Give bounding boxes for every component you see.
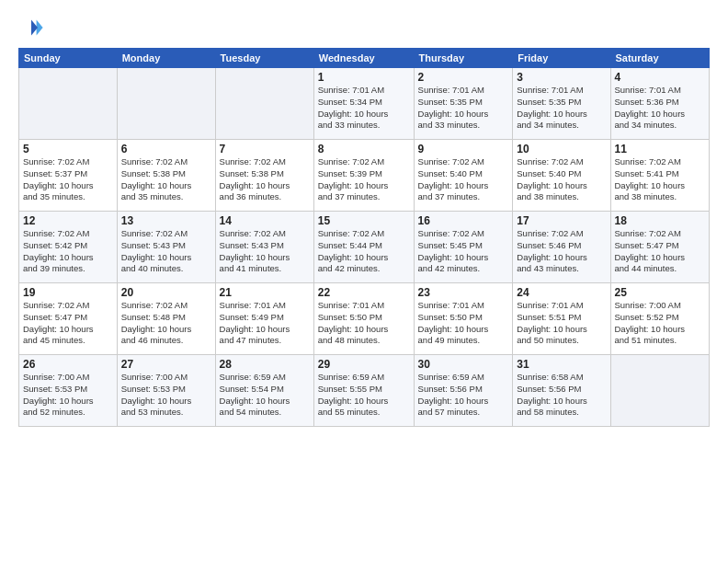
day-info: Sunrise: 6:59 AMSunset: 5:55 PMDaylight:… xyxy=(318,372,410,419)
calendar-cell: 10Sunrise: 7:02 AMSunset: 5:40 PMDayligh… xyxy=(513,140,610,212)
calendar-cell xyxy=(117,68,215,140)
calendar-week-row: 1Sunrise: 7:01 AMSunset: 5:34 PMDaylight… xyxy=(19,68,710,140)
day-info: Sunrise: 7:02 AMSunset: 5:40 PMDaylight:… xyxy=(418,156,509,203)
calendar-cell: 25Sunrise: 7:00 AMSunset: 5:52 PMDayligh… xyxy=(610,283,710,355)
day-number: 15 xyxy=(318,214,410,227)
calendar-cell: 11Sunrise: 7:02 AMSunset: 5:41 PMDayligh… xyxy=(610,140,710,212)
day-info: Sunrise: 7:02 AMSunset: 5:47 PMDaylight:… xyxy=(615,228,706,275)
day-info: Sunrise: 7:02 AMSunset: 5:43 PMDaylight:… xyxy=(121,228,211,275)
day-number: 23 xyxy=(418,286,509,299)
calendar-week-row: 12Sunrise: 7:02 AMSunset: 5:42 PMDayligh… xyxy=(19,212,710,283)
day-number: 10 xyxy=(517,143,606,155)
day-number: 6 xyxy=(121,143,211,155)
day-number: 29 xyxy=(318,358,410,371)
weekday-header-row: SundayMondayTuesdayWednesdayThursdayFrid… xyxy=(19,49,710,68)
day-number: 24 xyxy=(517,286,606,299)
day-number: 28 xyxy=(220,358,310,371)
day-info: Sunrise: 7:01 AMSunset: 5:51 PMDaylight:… xyxy=(517,300,606,347)
weekday-header-tuesday: Tuesday xyxy=(215,49,313,68)
day-number: 18 xyxy=(615,214,706,227)
page: SundayMondayTuesdayWednesdayThursdayFrid… xyxy=(0,0,728,563)
day-number: 7 xyxy=(220,143,310,155)
day-number: 30 xyxy=(418,358,509,371)
calendar-cell: 17Sunrise: 7:02 AMSunset: 5:46 PMDayligh… xyxy=(513,212,610,283)
day-info: Sunrise: 7:02 AMSunset: 5:39 PMDaylight:… xyxy=(318,156,410,203)
day-number: 8 xyxy=(318,143,410,155)
day-number: 11 xyxy=(615,143,706,155)
calendar-cell: 15Sunrise: 7:02 AMSunset: 5:44 PMDayligh… xyxy=(313,212,414,283)
calendar-cell: 20Sunrise: 7:02 AMSunset: 5:48 PMDayligh… xyxy=(117,283,215,355)
day-number: 16 xyxy=(418,214,509,227)
day-info: Sunrise: 7:01 AMSunset: 5:36 PMDaylight:… xyxy=(615,85,706,132)
day-number: 9 xyxy=(418,143,509,155)
calendar-cell: 29Sunrise: 6:59 AMSunset: 5:55 PMDayligh… xyxy=(313,355,414,427)
calendar-cell: 27Sunrise: 7:00 AMSunset: 5:53 PMDayligh… xyxy=(117,355,215,427)
weekday-header-monday: Monday xyxy=(117,49,215,68)
day-number: 21 xyxy=(220,286,310,299)
day-number: 12 xyxy=(23,214,113,227)
day-info: Sunrise: 7:01 AMSunset: 5:50 PMDaylight:… xyxy=(418,300,509,347)
day-number: 20 xyxy=(121,286,211,299)
calendar-cell: 6Sunrise: 7:02 AMSunset: 5:38 PMDaylight… xyxy=(117,140,215,212)
day-info: Sunrise: 7:02 AMSunset: 5:45 PMDaylight:… xyxy=(418,228,509,275)
weekday-header-saturday: Saturday xyxy=(610,49,710,68)
calendar-week-row: 5Sunrise: 7:02 AMSunset: 5:37 PMDaylight… xyxy=(19,140,710,212)
calendar-cell: 30Sunrise: 6:59 AMSunset: 5:56 PMDayligh… xyxy=(414,355,513,427)
day-info: Sunrise: 6:59 AMSunset: 5:54 PMDaylight:… xyxy=(220,372,310,419)
calendar-cell: 24Sunrise: 7:01 AMSunset: 5:51 PMDayligh… xyxy=(513,283,610,355)
logo-icon xyxy=(18,15,44,40)
day-number: 26 xyxy=(23,358,113,371)
calendar-cell: 19Sunrise: 7:02 AMSunset: 5:47 PMDayligh… xyxy=(19,283,118,355)
calendar-cell: 18Sunrise: 7:02 AMSunset: 5:47 PMDayligh… xyxy=(610,212,710,283)
day-number: 5 xyxy=(23,143,113,155)
day-info: Sunrise: 7:00 AMSunset: 5:52 PMDaylight:… xyxy=(615,300,706,347)
calendar-cell: 16Sunrise: 7:02 AMSunset: 5:45 PMDayligh… xyxy=(414,212,513,283)
calendar-cell: 21Sunrise: 7:01 AMSunset: 5:49 PMDayligh… xyxy=(215,283,313,355)
weekday-header-thursday: Thursday xyxy=(414,49,513,68)
day-number: 25 xyxy=(615,286,706,299)
calendar-cell: 12Sunrise: 7:02 AMSunset: 5:42 PMDayligh… xyxy=(19,212,118,283)
calendar-cell xyxy=(610,355,710,427)
calendar-cell: 3Sunrise: 7:01 AMSunset: 5:35 PMDaylight… xyxy=(513,68,610,140)
day-info: Sunrise: 7:01 AMSunset: 5:35 PMDaylight:… xyxy=(517,85,606,132)
day-info: Sunrise: 7:02 AMSunset: 5:46 PMDaylight:… xyxy=(517,228,606,275)
weekday-header-sunday: Sunday xyxy=(19,49,118,68)
weekday-header-wednesday: Wednesday xyxy=(313,49,414,68)
day-info: Sunrise: 7:00 AMSunset: 5:53 PMDaylight:… xyxy=(23,372,113,419)
day-info: Sunrise: 7:01 AMSunset: 5:50 PMDaylight:… xyxy=(318,300,410,347)
calendar-cell: 14Sunrise: 7:02 AMSunset: 5:43 PMDayligh… xyxy=(215,212,313,283)
calendar-week-row: 26Sunrise: 7:00 AMSunset: 5:53 PMDayligh… xyxy=(19,355,710,427)
day-info: Sunrise: 7:02 AMSunset: 5:38 PMDaylight:… xyxy=(121,156,211,203)
day-info: Sunrise: 7:01 AMSunset: 5:49 PMDaylight:… xyxy=(220,300,310,347)
day-info: Sunrise: 7:02 AMSunset: 5:43 PMDaylight:… xyxy=(220,228,310,275)
day-info: Sunrise: 7:02 AMSunset: 5:44 PMDaylight:… xyxy=(318,228,410,275)
day-info: Sunrise: 7:01 AMSunset: 5:34 PMDaylight:… xyxy=(318,85,410,132)
day-info: Sunrise: 6:59 AMSunset: 5:56 PMDaylight:… xyxy=(418,372,509,419)
day-info: Sunrise: 6:58 AMSunset: 5:56 PMDaylight:… xyxy=(517,372,606,419)
logo xyxy=(18,15,48,40)
calendar-cell: 9Sunrise: 7:02 AMSunset: 5:40 PMDaylight… xyxy=(414,140,513,212)
calendar-cell: 8Sunrise: 7:02 AMSunset: 5:39 PMDaylight… xyxy=(313,140,414,212)
day-info: Sunrise: 7:02 AMSunset: 5:42 PMDaylight:… xyxy=(23,228,113,275)
calendar-cell: 22Sunrise: 7:01 AMSunset: 5:50 PMDayligh… xyxy=(313,283,414,355)
day-info: Sunrise: 7:02 AMSunset: 5:37 PMDaylight:… xyxy=(23,156,113,203)
calendar-cell xyxy=(19,68,118,140)
day-info: Sunrise: 7:00 AMSunset: 5:53 PMDaylight:… xyxy=(121,372,211,419)
calendar-week-row: 19Sunrise: 7:02 AMSunset: 5:47 PMDayligh… xyxy=(19,283,710,355)
day-number: 4 xyxy=(615,71,706,84)
day-number: 22 xyxy=(318,286,410,299)
day-info: Sunrise: 7:02 AMSunset: 5:40 PMDaylight:… xyxy=(517,156,606,203)
day-info: Sunrise: 7:02 AMSunset: 5:38 PMDaylight:… xyxy=(220,156,310,203)
day-number: 17 xyxy=(517,214,606,227)
header xyxy=(18,15,710,40)
day-number: 3 xyxy=(517,71,606,84)
calendar-cell: 7Sunrise: 7:02 AMSunset: 5:38 PMDaylight… xyxy=(215,140,313,212)
day-number: 19 xyxy=(23,286,113,299)
day-info: Sunrise: 7:02 AMSunset: 5:41 PMDaylight:… xyxy=(615,156,706,203)
calendar-cell: 31Sunrise: 6:58 AMSunset: 5:56 PMDayligh… xyxy=(513,355,610,427)
calendar-table: SundayMondayTuesdayWednesdayThursdayFrid… xyxy=(18,48,710,427)
day-number: 13 xyxy=(121,214,211,227)
calendar-cell: 5Sunrise: 7:02 AMSunset: 5:37 PMDaylight… xyxy=(19,140,118,212)
weekday-header-friday: Friday xyxy=(513,49,610,68)
day-number: 1 xyxy=(318,71,410,84)
